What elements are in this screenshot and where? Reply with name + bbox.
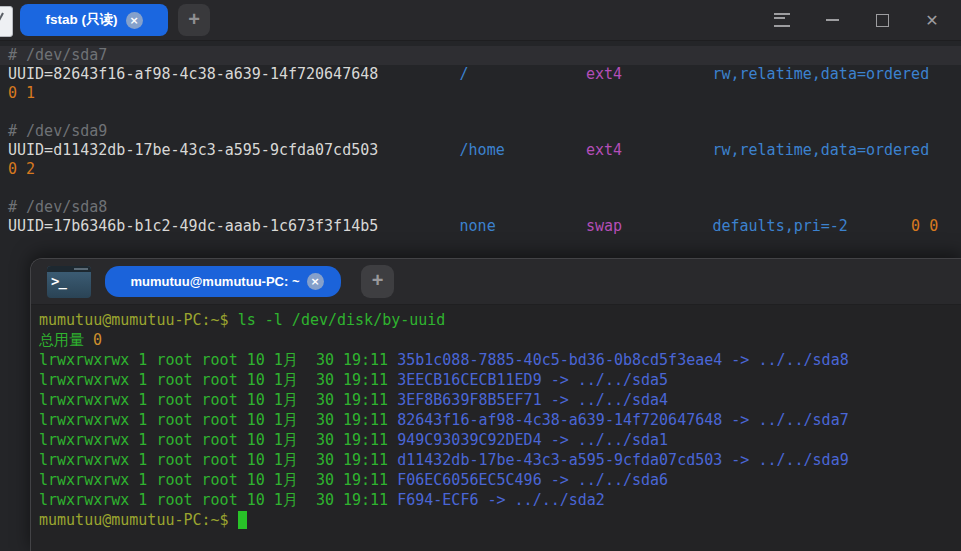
terminal-tab-close-icon[interactable]: ×	[307, 273, 324, 290]
terminal-line: lrwxrwxrwx 1 root root 10 1月 30 19:11 82…	[39, 410, 961, 430]
maximize-icon	[876, 14, 889, 27]
editor-tab-label: fstab (只读)	[46, 11, 118, 29]
terminal-line: lrwxrwxrwx 1 root root 10 1月 30 19:11 3E…	[39, 370, 961, 390]
code-line: UUID=82643f16-af98-4c38-a639-14f72064764…	[8, 65, 961, 84]
editor-tab-bar: fstab (只读) × + ✕	[0, 0, 961, 41]
code-line: 0 2	[8, 160, 961, 179]
desktop: fstab (只读) × + ✕ # /dev/sda7UUID=82643f1…	[0, 0, 961, 551]
terminal-line: 总用量 0	[39, 330, 961, 350]
terminal-title-bar[interactable]: >_ mumutuu@mumutuu-PC: ~ × +	[31, 259, 961, 305]
tab-close-icon[interactable]: ×	[126, 12, 143, 29]
terminal-line: mumutuu@mumutuu-PC:~$ ls -l /dev/disk/by…	[39, 310, 961, 330]
code-line: # /dev/sda9	[8, 122, 961, 141]
terminal-line: mumutuu@mumutuu-PC:~$	[39, 510, 961, 530]
terminal-line: lrwxrwxrwx 1 root root 10 1月 30 19:11 3E…	[39, 390, 961, 410]
code-line: # /dev/sda7	[0, 46, 961, 65]
maximize-button[interactable]	[857, 0, 907, 40]
editor-new-tab-button[interactable]: +	[178, 4, 210, 36]
terminal-output[interactable]: mumutuu@mumutuu-PC:~$ ls -l /dev/disk/by…	[31, 305, 961, 551]
editor-window-controls: ✕	[757, 0, 957, 40]
editor-tab-fstab[interactable]: fstab (只读) ×	[20, 4, 168, 36]
terminal-line: lrwxrwxrwx 1 root root 10 1月 30 19:11 F0…	[39, 470, 961, 490]
editor-app-icon	[0, 6, 13, 37]
menu-icon	[774, 13, 790, 27]
terminal-tab[interactable]: mumutuu@mumutuu-PC: ~ ×	[105, 266, 341, 297]
terminal-new-tab-button[interactable]: +	[361, 265, 394, 298]
code-line: UUID=d11432db-17be-43c3-a595-9cfda07cd50…	[8, 141, 961, 160]
terminal-line: lrwxrwxrwx 1 root root 10 1月 30 19:11 F6…	[39, 490, 961, 510]
terminal-prompt-icon: >_	[51, 273, 66, 289]
code-line: # /dev/sda8	[8, 198, 961, 217]
terminal-app-icon: >_	[47, 266, 91, 298]
close-button[interactable]: ✕	[907, 0, 957, 40]
code-line: 0 1	[8, 84, 961, 103]
terminal-line: lrwxrwxrwx 1 root root 10 1月 30 19:11 35…	[39, 350, 961, 370]
terminal-icon-buttons	[78, 268, 88, 270]
terminal-window: >_ mumutuu@mumutuu-PC: ~ × + mumutuu@mum…	[30, 258, 961, 551]
minimize-button[interactable]	[807, 0, 857, 40]
terminal-line: lrwxrwxrwx 1 root root 10 1月 30 19:11 d1…	[39, 450, 961, 470]
editor-code-area: # /dev/sda7UUID=82643f16-af98-4c38-a639-…	[0, 40, 961, 236]
terminal-tab-label: mumutuu@mumutuu-PC: ~	[130, 274, 299, 289]
terminal-line: lrwxrwxrwx 1 root root 10 1月 30 19:11 94…	[39, 430, 961, 450]
minimize-icon	[826, 19, 839, 21]
code-line: UUID=17b6346b-b1c2-49dc-aaab-1c673f3f14b…	[8, 217, 961, 236]
code-line	[8, 179, 961, 198]
code-line	[8, 103, 961, 122]
menu-button[interactable]	[757, 0, 807, 40]
